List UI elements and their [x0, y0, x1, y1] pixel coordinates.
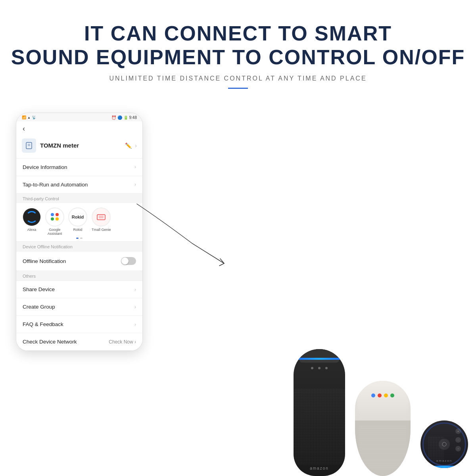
- speaker-blue-ring: [294, 358, 344, 360]
- alexa-icon: [23, 208, 41, 226]
- speaker-dot-2: [318, 367, 321, 369]
- dot-blue-ring: [420, 466, 468, 468]
- google-dot-red: [56, 213, 59, 216]
- rokid-icon: Rokid: [69, 208, 87, 226]
- device-information-label: Device Information: [23, 164, 67, 170]
- pagination-dots: [23, 238, 136, 239]
- google-dot-blue: [51, 213, 54, 216]
- dot-center-btn: [439, 439, 450, 450]
- signal-icon: 📶: [22, 115, 26, 119]
- svg-rect-3: [97, 215, 105, 220]
- back-button-area[interactable]: ‹: [16, 121, 142, 136]
- dot-active: [76, 238, 79, 239]
- gdot-green: [390, 393, 394, 397]
- create-group-label: Create Group: [23, 304, 55, 310]
- menu-section: Device Information › Tap-to-Run and Auto…: [16, 158, 142, 194]
- rokid-text: Rokid: [72, 215, 84, 219]
- rokid-item[interactable]: Rokid Rokid: [69, 208, 87, 232]
- share-device-chevron: ›: [134, 287, 136, 292]
- check-network-item[interactable]: Check Device Network Check Now ›: [16, 333, 142, 351]
- gdot-yellow: [384, 393, 388, 397]
- divider: [228, 88, 248, 89]
- gdot-blue: [371, 393, 375, 397]
- header-section: IT CAN CONNECT TO SMART SOUND EQUIPMENT …: [0, 0, 476, 97]
- offline-notification-label: Offline Notification: [23, 258, 66, 264]
- wifi-icon: 📡: [32, 115, 36, 119]
- content-area: 📶 ▲ 📡 ⏰ 🔵 🔋 9:48 ‹: [0, 97, 476, 351]
- google-top: [357, 381, 409, 424]
- alexa-ring: [26, 211, 38, 223]
- amazon-echo-label: amazon: [310, 466, 329, 470]
- share-device-item[interactable]: Share Device ›: [16, 281, 142, 298]
- speaker-mesh: [294, 389, 345, 464]
- alexa-item[interactable]: Alexa: [23, 208, 41, 232]
- device-information-item[interactable]: Device Information ›: [16, 159, 142, 176]
- status-left: 📶 ▲ 📡: [22, 115, 36, 119]
- google-mesh: [359, 424, 407, 468]
- dot-btn-1: +: [455, 428, 461, 434]
- google-dots: [51, 213, 59, 221]
- back-arrow-icon[interactable]: ‹: [23, 125, 25, 132]
- check-now-label: Check Now ›: [109, 339, 136, 345]
- signal-icon2: ▲: [27, 116, 31, 119]
- share-device-label: Share Device: [23, 286, 55, 292]
- faq-feedback-item[interactable]: FAQ & Feedback ›: [16, 316, 142, 333]
- main-title: IT CAN CONNECT TO SMART SOUND EQUIPMENT …: [0, 22, 476, 69]
- arrow-illustration: [129, 196, 248, 275]
- google-assistant-icon: [46, 208, 64, 226]
- google-home-dots: [371, 393, 394, 397]
- dot-inactive: [80, 238, 83, 239]
- clock-icon: ⏰: [111, 115, 116, 120]
- tap-to-run-label: Tap-to-Run and Automation: [23, 182, 88, 188]
- dot-btn-3: −: [455, 446, 461, 451]
- tmall-item[interactable]: Tmall Genie: [92, 208, 111, 232]
- speakers-wrapper: amazon + · − a: [294, 349, 468, 476]
- tmall-icon: [92, 208, 110, 226]
- tap-to-run-item[interactable]: Tap-to-Run and Automation ›: [16, 176, 142, 194]
- google-assistant-item[interactable]: GoogleAssistant: [46, 208, 64, 236]
- dot-buttons-row: + · −: [455, 428, 461, 451]
- speaker-top-buttons: [311, 367, 328, 369]
- phone-mockup: 📶 ▲ 📡 ⏰ 🔵 🔋 9:48 ‹: [16, 113, 143, 351]
- sub-title: UNLIMITED TIME DISTANCE CONTROL AT ANY T…: [0, 75, 476, 82]
- toggle-knob: [121, 257, 129, 265]
- offline-notification-item[interactable]: Offline Notification: [16, 251, 142, 271]
- device-icon: [22, 138, 36, 153]
- gdot-red: [378, 393, 382, 397]
- check-network-label: Check Device Network: [23, 339, 77, 345]
- others-label: Others: [16, 271, 142, 280]
- google-assistant-label: GoogleAssistant: [48, 228, 62, 236]
- others-section: Share Device › Create Group › FAQ & Feed…: [16, 280, 142, 351]
- echo-dot-wrapper: + · − amazon: [420, 420, 468, 472]
- device-name: TOMZN meter: [40, 142, 125, 149]
- pencil-icon[interactable]: ✏️: [125, 142, 132, 149]
- offline-section-label: Device Offline Notification: [16, 242, 142, 251]
- device-edit-icons: ✏️ ›: [125, 142, 137, 149]
- status-right: ⏰ 🔵 🔋 9:48: [111, 115, 137, 120]
- status-bar: 📶 ▲ 📡 ⏰ 🔵 🔋 9:48: [16, 113, 142, 121]
- google-dot-yellow: [56, 217, 59, 221]
- speaker-dot-1: [311, 367, 313, 369]
- create-group-item[interactable]: Create Group ›: [16, 298, 142, 316]
- faq-feedback-label: FAQ & Feedback: [23, 321, 63, 327]
- offline-section: Offline Notification: [16, 251, 142, 271]
- chevron-icon: ›: [134, 182, 136, 187]
- time-display: 9:48: [129, 115, 137, 120]
- tmall-label: Tmall Genie: [92, 228, 111, 232]
- dot-btn-2: ·: [455, 437, 461, 443]
- svg-point-6: [442, 442, 446, 446]
- speaker-dot-3: [325, 367, 328, 369]
- echo-dot-speaker: + · − amazon: [420, 420, 468, 468]
- alexa-label: Alexa: [27, 228, 36, 232]
- third-party-label: Third-party Control: [16, 194, 142, 203]
- google-dot-green: [51, 217, 54, 221]
- third-party-icons: Alexa GoogleAssistant: [23, 208, 136, 236]
- create-group-chevron: ›: [134, 304, 136, 310]
- battery-icon: 🔋: [123, 115, 128, 120]
- rokid-label: Rokid: [73, 228, 82, 232]
- google-home-speaker: [355, 381, 411, 476]
- bluetooth-icon: 🔵: [117, 115, 122, 120]
- third-party-section: Alexa GoogleAssistant: [16, 203, 142, 242]
- faq-chevron: ›: [134, 322, 136, 327]
- chevron-right-icon: ›: [135, 142, 137, 149]
